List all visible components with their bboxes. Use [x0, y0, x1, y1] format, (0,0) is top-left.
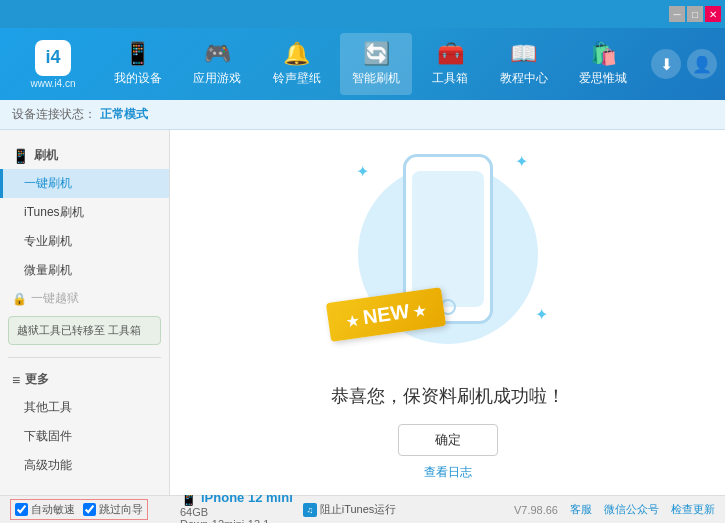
top-navigation: i4 www.i4.cn 📱 我的设备 🎮 应用游戏 🔔 铃声壁纸 🔄 智能刷机…: [0, 28, 725, 100]
support-link[interactable]: 客服: [570, 502, 592, 517]
device-storage: 64GB: [180, 506, 293, 518]
sidebar-item-pro-flash[interactable]: 专业刷机: [0, 227, 169, 256]
nav-right-controls: ⬇ 👤: [651, 49, 717, 79]
sidebar-item-itunes-flash[interactable]: iTunes刷机: [0, 198, 169, 227]
maximize-button[interactable]: □: [687, 6, 703, 22]
version-label: V7.98.66: [514, 504, 558, 516]
more-section-icon: ≡: [12, 372, 20, 388]
nav-label-tmall: 爱思惟城: [579, 70, 627, 87]
nav-icon-my-device: 📱: [124, 41, 151, 67]
skip-wizard-label: 跳过向导: [99, 502, 143, 517]
nav-icon-apps-games: 🎮: [204, 41, 231, 67]
skip-wizard-checkbox[interactable]: 跳过向导: [83, 502, 143, 517]
nav-label-toolbox: 工具箱: [432, 70, 468, 87]
sidebar: 📱 刷机 一键刷机 iTunes刷机 专业刷机 微量刷机 🔒 一键越狱 越狱工具…: [0, 130, 170, 495]
auto-flash-checkbox[interactable]: 自动敏速: [15, 502, 75, 517]
sidebar-section-more: ≡ 更多 其他工具 下载固件 高级功能: [0, 362, 169, 484]
status-value: 正常模式: [100, 106, 148, 123]
update-link[interactable]: 检查更新: [671, 502, 715, 517]
checkbox-area: 自动敏速 跳过向导: [10, 499, 148, 520]
main-content: ✦ ✦ ✦ NEW 恭喜您，保资料刷机成功啦！ 确定 查看日志: [170, 130, 725, 495]
success-text: 恭喜您，保资料刷机成功啦！: [331, 384, 565, 408]
sidebar-label-brushless: 微量刷机: [24, 263, 72, 277]
sparkle-3: ✦: [535, 305, 548, 324]
sparkle-2: ✦: [515, 152, 528, 171]
close-button[interactable]: ✕: [705, 6, 721, 22]
nav-items: 📱 我的设备 🎮 应用游戏 🔔 铃声壁纸 🔄 智能刷机 🧰 工具箱 📖 教程中心…: [98, 28, 643, 100]
sidebar-label-pro-flash: 专业刷机: [24, 234, 72, 248]
view-log-link[interactable]: 查看日志: [424, 464, 472, 481]
lock-icon: 🔒: [12, 292, 27, 306]
logo-subtitle: www.i4.cn: [30, 78, 75, 89]
sidebar-item-jailbreak-disabled: 🔒 一键越狱: [0, 285, 169, 312]
nav-item-tutorials[interactable]: 📖 教程中心: [488, 33, 560, 95]
nav-item-tmall[interactable]: 🛍️ 爱思惟城: [567, 33, 639, 95]
bottom-left: 自动敏速 跳过向导: [10, 499, 180, 520]
stop-itunes[interactable]: ♫ 阻止iTunes运行: [303, 502, 397, 517]
sidebar-section-flash-header: 📱 刷机: [0, 142, 169, 169]
more-section-label: 更多: [25, 371, 49, 388]
sidebar-section-flash: 📱 刷机 一键刷机 iTunes刷机 专业刷机 微量刷机 🔒 一键越狱 越狱工具…: [0, 138, 169, 353]
sidebar-item-one-click-flash[interactable]: 一键刷机: [0, 169, 169, 198]
status-label: 设备连接状态：: [12, 106, 96, 123]
stop-itunes-icon: ♫: [303, 503, 317, 517]
stop-itunes-label: 阻止iTunes运行: [320, 502, 397, 517]
sparkle-1: ✦: [356, 162, 369, 181]
hero-graphic: ✦ ✦ ✦ NEW: [328, 144, 568, 364]
confirm-button[interactable]: 确定: [398, 424, 498, 456]
statusbar: 设备连接状态： 正常模式: [0, 100, 725, 130]
sidebar-section-more-header: ≡ 更多: [0, 366, 169, 393]
logo: i4 www.i4.cn: [8, 40, 98, 89]
sidebar-label-advanced: 高级功能: [24, 458, 72, 472]
flash-section-icon: 📱: [12, 148, 29, 164]
minimize-button[interactable]: ─: [669, 6, 685, 22]
bottombar: 自动敏速 跳过向导 📱 iPhone 12 mini 64GB Down-12m…: [0, 495, 725, 523]
user-button[interactable]: 👤: [687, 49, 717, 79]
download-button[interactable]: ⬇: [651, 49, 681, 79]
phone-screen: [412, 171, 484, 307]
nav-item-toolbox[interactable]: 🧰 工具箱: [420, 33, 480, 95]
nav-icon-tutorials: 📖: [510, 41, 537, 67]
nav-icon-tmall: 🛍️: [590, 41, 617, 67]
skip-wizard-input[interactable]: [83, 503, 96, 516]
sidebar-label-one-click-flash: 一键刷机: [24, 176, 72, 190]
device-version: Down-12mini-13,1: [180, 518, 293, 524]
sidebar-item-brushless[interactable]: 微量刷机: [0, 256, 169, 285]
nav-label-tutorials: 教程中心: [500, 70, 548, 87]
auto-flash-label: 自动敏速: [31, 502, 75, 517]
titlebar: ─ □ ✕: [0, 0, 725, 28]
flash-section-label: 刷机: [34, 147, 58, 164]
nav-label-smart-shop: 智能刷机: [352, 70, 400, 87]
nav-item-smart-shop[interactable]: 🔄 智能刷机: [340, 33, 412, 95]
sidebar-item-download-firmware[interactable]: 下载固件: [0, 422, 169, 451]
nav-label-apps-games: 应用游戏: [193, 70, 241, 87]
sidebar-item-advanced[interactable]: 高级功能: [0, 451, 169, 480]
nav-item-ringtones[interactable]: 🔔 铃声壁纸: [261, 33, 333, 95]
sidebar-divider: [8, 357, 161, 358]
nav-item-my-device[interactable]: 📱 我的设备: [102, 33, 174, 95]
sidebar-item-other-tools[interactable]: 其他工具: [0, 393, 169, 422]
sidebar-label-download-firmware: 下载固件: [24, 429, 72, 443]
nav-icon-toolbox: 🧰: [437, 41, 464, 67]
main-layout: 📱 刷机 一键刷机 iTunes刷机 专业刷机 微量刷机 🔒 一键越狱 越狱工具…: [0, 130, 725, 495]
wechat-link[interactable]: 微信公众号: [604, 502, 659, 517]
nav-label-ringtones: 铃声壁纸: [273, 70, 321, 87]
bottom-right: V7.98.66 客服 微信公众号 检查更新: [514, 502, 715, 517]
bottom-main: ♫ 阻止iTunes运行: [293, 502, 514, 517]
nav-icon-ringtones: 🔔: [283, 41, 310, 67]
jailbreak-label: 一键越狱: [31, 290, 79, 307]
auto-flash-input[interactable]: [15, 503, 28, 516]
sidebar-note-jailbreak: 越狱工具已转移至 工具箱: [8, 316, 161, 345]
nav-label-my-device: 我的设备: [114, 70, 162, 87]
nav-icon-smart-shop: 🔄: [363, 41, 390, 67]
sidebar-label-other-tools: 其他工具: [24, 400, 72, 414]
sidebar-label-itunes-flash: iTunes刷机: [24, 205, 84, 219]
nav-item-apps-games[interactable]: 🎮 应用游戏: [181, 33, 253, 95]
logo-icon: i4: [35, 40, 71, 76]
